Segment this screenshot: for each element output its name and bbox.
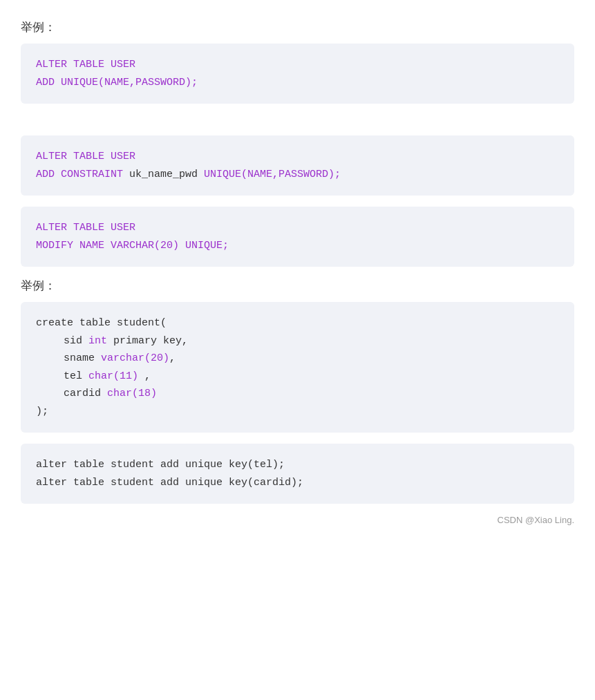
keyword: ALTER TABLE USER <box>36 59 135 70</box>
code-text: sid <box>64 335 88 347</box>
keyword: char(18) <box>107 388 157 399</box>
code-text: alter table student add unique key(cardi… <box>36 477 303 489</box>
section-middle: ALTER TABLE USER ADD CONSTRAINT uk_name_… <box>21 135 574 267</box>
code-text: , <box>169 352 176 364</box>
watermark: CSDN @Xiao Ling. <box>21 515 574 525</box>
code-line: ALTER TABLE USER <box>36 219 559 237</box>
keyword: UNIQUE(NAME,PASSWORD); <box>198 169 341 180</box>
code-line: ALTER TABLE USER <box>36 148 559 166</box>
spacer <box>21 115 574 135</box>
section-label-1: 举例： <box>21 19 574 35</box>
code-block-5: alter table student add unique key(tel);… <box>21 444 574 504</box>
code-line: ALTER TABLE USER <box>36 56 559 74</box>
code-text: , <box>138 370 151 382</box>
code-line: ADD UNIQUE(NAME,PASSWORD); <box>36 74 559 92</box>
code-line: sid int primary key, <box>36 332 559 350</box>
keyword: ALTER TABLE USER <box>36 151 135 162</box>
code-line: sname varchar(20), <box>36 350 559 368</box>
keyword: ADD UNIQUE(NAME,PASSWORD); <box>36 77 198 88</box>
keyword: varchar(20) <box>101 352 169 364</box>
code-text: primary key <box>107 335 182 347</box>
identifier: uk_name_pwd <box>129 169 198 180</box>
code-block-1: ALTER TABLE USER ADD UNIQUE(NAME,PASSWOR… <box>21 44 574 104</box>
keyword: ADD CONSTRAINT <box>36 169 129 180</box>
code-line: create table student( <box>36 314 559 332</box>
code-text: sname <box>64 352 101 364</box>
code-line: cardid char(18) <box>36 385 559 403</box>
code-text: cardid <box>64 388 107 399</box>
code-block-3: ALTER TABLE USER MODIFY NAME VARCHAR(20)… <box>21 207 574 267</box>
code-line: ADD CONSTRAINT uk_name_pwd UNIQUE(NAME,P… <box>36 166 559 184</box>
page-content: 举例： ALTER TABLE USER ADD UNIQUE(NAME,PAS… <box>21 19 574 525</box>
section-label-2: 举例： <box>21 278 574 294</box>
keyword: MODIFY NAME VARCHAR(20) UNIQUE; <box>36 240 229 252</box>
code-text: , <box>182 335 188 347</box>
code-text: create table student( <box>36 317 167 329</box>
code-text: tel <box>64 370 88 382</box>
keyword: ALTER TABLE USER <box>36 222 135 234</box>
code-line: MODIFY NAME VARCHAR(20) UNIQUE; <box>36 237 559 255</box>
keyword: char(11) <box>88 370 138 382</box>
section-example2: 举例： create table student( sid int primar… <box>21 278 574 504</box>
code-line: alter table student add unique key(cardi… <box>36 474 559 492</box>
code-line: alter table student add unique key(tel); <box>36 456 559 474</box>
section-example1: 举例： ALTER TABLE USER ADD UNIQUE(NAME,PAS… <box>21 19 574 104</box>
code-line: ); <box>36 403 559 421</box>
code-block-2: ALTER TABLE USER ADD CONSTRAINT uk_name_… <box>21 135 574 196</box>
code-block-4: create table student( sid int primary ke… <box>21 302 574 433</box>
keyword: int <box>88 335 107 347</box>
code-text: ); <box>36 406 48 417</box>
code-text: alter table student add unique key(tel); <box>36 459 285 471</box>
code-line: tel char(11) , <box>36 368 559 386</box>
